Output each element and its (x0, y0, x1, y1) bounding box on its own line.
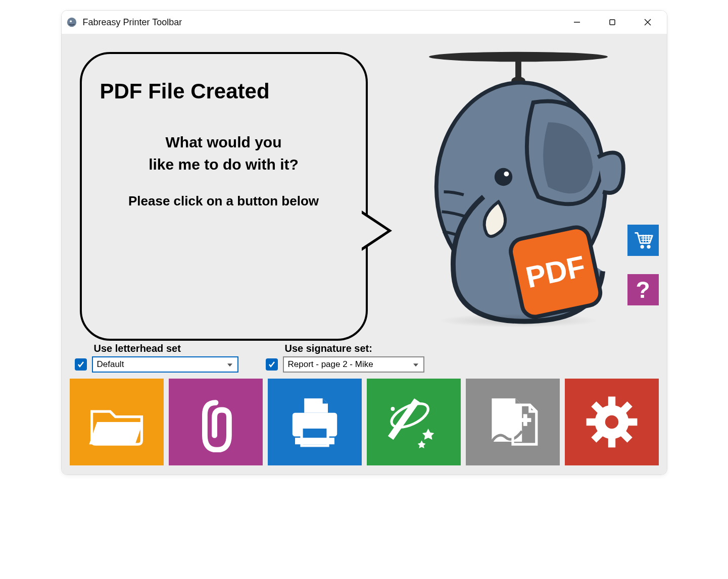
main-toolbar (70, 379, 659, 465)
svg-rect-23 (295, 438, 334, 444)
cart-icon (632, 229, 654, 251)
bubble-heading: PDF File Created (100, 79, 351, 103)
signature-label: Use signature set: (285, 343, 424, 354)
paperclip-icon (185, 392, 246, 452)
close-button[interactable] (633, 12, 663, 32)
magic-wand-icon (381, 389, 447, 455)
app-window: Fabreasy Printer Toolbar PDF File Create… (61, 10, 667, 475)
print-button[interactable] (268, 379, 362, 465)
signature-checkbox[interactable] (266, 358, 278, 371)
page-add-icon (480, 389, 546, 455)
signature-select[interactable]: Report - page 2 - Mike (283, 356, 424, 373)
help-icon: ? (636, 276, 650, 303)
elephant-mascot-icon: PDF (407, 43, 629, 341)
bubble-hint: Please click on a button below (97, 193, 351, 209)
svg-point-11 (504, 172, 509, 177)
app-icon (66, 16, 78, 28)
svg-rect-28 (523, 414, 527, 426)
window-title: Fabreasy Printer Toolbar (83, 17, 562, 28)
options-row: Use letterhead set Default Use signature… (75, 343, 659, 373)
mascot-area: PDF (378, 43, 659, 341)
letterhead-checkbox[interactable] (75, 358, 87, 371)
bubble-question-line1: What would you (97, 134, 351, 151)
svg-rect-3 (610, 20, 615, 25)
letterhead-value: Default (97, 359, 124, 370)
wizard-button[interactable] (367, 379, 461, 465)
letterhead-group: Use letterhead set Default (75, 343, 238, 373)
side-buttons: ? (627, 225, 659, 305)
window-controls (562, 12, 663, 32)
svg-rect-33 (627, 418, 637, 426)
cart-button[interactable] (627, 225, 659, 256)
folder-open-icon (84, 389, 150, 455)
svg-rect-31 (608, 438, 615, 447)
content-area: PDF File Created What would you like me … (62, 34, 667, 475)
settings-button[interactable] (565, 379, 659, 465)
svg-point-10 (494, 168, 512, 186)
printer-icon (282, 389, 348, 455)
gear-icon (581, 392, 642, 452)
signature-group: Use signature set: Report - page 2 - Mik… (266, 343, 424, 373)
svg-line-5 (645, 19, 651, 25)
titlebar: Fabreasy Printer Toolbar (62, 11, 667, 34)
svg-point-19 (640, 245, 644, 248)
svg-rect-30 (608, 397, 615, 406)
svg-point-20 (647, 245, 650, 248)
svg-point-38 (605, 415, 618, 429)
letterhead-label: Use letterhead set (94, 343, 238, 354)
attach-button[interactable] (169, 379, 263, 465)
signature-value: Report - page 2 - Mike (288, 359, 373, 370)
merge-button[interactable] (466, 379, 560, 465)
svg-rect-32 (586, 418, 596, 426)
speech-bubble: PDF File Created What would you like me … (80, 52, 368, 341)
help-button[interactable]: ? (627, 274, 659, 305)
svg-point-26 (391, 407, 395, 411)
top-area: PDF File Created What would you like me … (70, 43, 659, 341)
svg-line-4 (645, 19, 651, 25)
open-button[interactable] (70, 379, 164, 465)
mascot-shadow (438, 313, 599, 328)
maximize-button[interactable] (597, 12, 627, 32)
svg-point-1 (70, 20, 72, 22)
letterhead-select[interactable]: Default (92, 356, 238, 373)
bubble-question-line2: like me to do with it? (97, 156, 351, 173)
minimize-button[interactable] (562, 12, 592, 32)
